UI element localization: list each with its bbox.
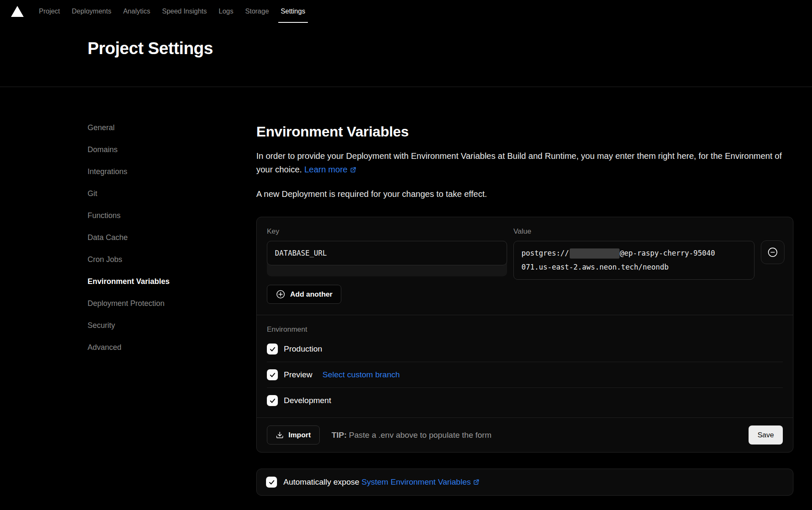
checkmark-icon [269,346,276,353]
system-env-variables-link[interactable]: System Environment Variables [362,477,480,486]
sidebar-item-deployment-protection[interactable]: Deployment Protection [88,299,165,308]
system-env-link-label: System Environment Variables [362,477,471,486]
top-navigation: Project Deployments Analytics Speed Insi… [0,0,812,23]
sidebar-item-functions[interactable]: Functions [88,211,121,220]
deployment-note: A new Deployment is required for your ch… [256,189,793,199]
remove-variable-button[interactable] [761,240,785,264]
select-custom-branch-link[interactable]: Select custom branch [323,370,400,379]
nav-tab-project[interactable]: Project [33,0,66,23]
external-link-icon [473,478,480,485]
vercel-logo[interactable] [11,0,24,23]
sidebar-item-general[interactable]: General [88,123,115,132]
nav-tab-analytics[interactable]: Analytics [117,0,156,23]
section-heading: Environment Variables [256,123,793,140]
tip-text: Paste a .env above to populate the form [349,431,491,439]
nav-tab-deployments[interactable]: Deployments [66,0,117,23]
card-footer: Import TIP: Paste a .env above to popula… [257,418,793,452]
page-header: Project Settings [0,23,812,87]
sidebar-item-cron-jobs[interactable]: Cron Jobs [88,255,122,264]
env-name-production: Production [284,344,322,354]
environment-section: Environment Production Preview Select cu… [257,315,793,417]
sidebar-item-git[interactable]: Git [88,189,97,198]
nav-tab-logs[interactable]: Logs [213,0,239,23]
checkbox-production[interactable] [267,344,278,355]
environment-label: Environment [267,325,783,334]
env-value-textarea[interactable]: postgres://@ep-raspy-cherry-95040 071.us… [513,241,754,280]
content-area: General Domains Integrations Git Functio… [0,87,812,496]
checkbox-auto-expose[interactable] [266,477,277,488]
env-row-development: Development [267,388,783,413]
env-variables-card: Key Value postgres://@ep-raspy-cherry-95… [256,217,793,453]
section-description: In order to provide your Deployment with… [256,149,793,176]
checkmark-icon [268,479,275,486]
external-link-icon [350,166,357,173]
settings-sidebar: General Domains Integrations Git Functio… [88,123,256,496]
import-label: Import [288,431,311,439]
key-field-stack [267,241,507,276]
nav-tab-speed-insights[interactable]: Speed Insights [156,0,213,23]
checkmark-icon [269,371,276,379]
add-another-label: Add another [290,290,332,299]
sidebar-item-security[interactable]: Security [88,321,115,330]
system-env-card: Automatically expose System Environment … [256,469,793,496]
learn-more-link[interactable]: Learn more [304,165,357,174]
import-tip: TIP: Paste a .env above to populate the … [332,431,491,440]
nav-tab-storage[interactable]: Storage [239,0,275,23]
redacted-secret [570,248,620,259]
download-icon [276,431,284,439]
nav-tab-settings[interactable]: Settings [275,0,311,23]
sidebar-item-environment-variables[interactable]: Environment Variables [88,277,170,286]
env-name-development: Development [284,396,331,405]
learn-more-label: Learn more [304,165,347,174]
key-label: Key [267,227,507,236]
auto-expose-text: Automatically expose System Environment … [283,477,480,487]
value-line-2: 071.us-east-2.aws.neon.tech/neondb [521,260,746,274]
checkbox-preview[interactable] [267,369,278,380]
sidebar-item-data-cache[interactable]: Data Cache [88,233,128,242]
expose-label: Automatically expose [283,477,359,486]
triangle-logo-icon [11,6,24,17]
value-line-1: postgres://@ep-raspy-cherry-95040 [521,246,746,260]
checkmark-icon [269,397,276,404]
circle-plus-icon [276,289,285,299]
key-value-section: Key Value postgres://@ep-raspy-cherry-95… [257,217,793,315]
value-label: Value [513,227,754,236]
tip-prefix: TIP: [332,431,347,439]
env-row-preview: Preview Select custom branch [267,362,783,387]
import-button[interactable]: Import [267,425,320,445]
env-key-input[interactable] [267,241,507,265]
env-row-production: Production [267,336,783,362]
environment-variables-section: Environment Variables In order to provid… [256,123,793,496]
env-name-preview: Preview [284,370,313,379]
value-host-part1: @ep-raspy-cherry-95040 [620,249,715,257]
sidebar-item-domains[interactable]: Domains [88,145,118,154]
sidebar-item-advanced[interactable]: Advanced [88,343,121,352]
sidebar-item-integrations[interactable]: Integrations [88,167,127,176]
page-title: Project Settings [88,39,812,58]
circle-minus-icon [767,247,778,258]
add-another-button[interactable]: Add another [267,285,341,304]
checkbox-development[interactable] [267,395,278,406]
save-button[interactable]: Save [749,425,783,445]
value-prefix: postgres:// [521,249,569,257]
